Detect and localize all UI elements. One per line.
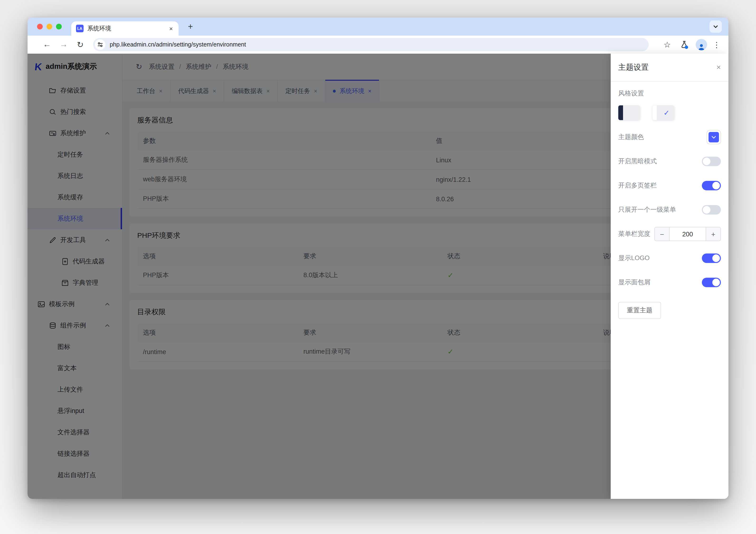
- selected-check-icon: ✓: [659, 105, 674, 120]
- browser-tabstrip: LA 系统环境 × +: [28, 17, 728, 36]
- tab-search-button[interactable]: [710, 20, 722, 33]
- url-text: php.likeadmin.cn/admin/setting/system/en…: [110, 41, 246, 48]
- theme-color-swatch: [709, 132, 719, 143]
- reset-theme-button[interactable]: 重置主题: [618, 302, 661, 319]
- chevron-down-icon: [713, 25, 718, 28]
- tab-close-icon[interactable]: ×: [168, 25, 174, 32]
- show-logo-toggle[interactable]: [702, 254, 721, 263]
- forward-button[interactable]: →: [57, 36, 71, 54]
- drawer-body: 风格设置 ✓ 主题颜色: [611, 82, 728, 327]
- person-icon: [698, 43, 705, 50]
- flask-icon: [680, 40, 689, 49]
- style-option-dark-sidebar[interactable]: [618, 105, 640, 120]
- avatar-icon: [696, 39, 707, 50]
- menu-width-stepper: − 200 +: [654, 227, 721, 241]
- browser-menu-kebab-icon[interactable]: ⋮: [709, 36, 725, 54]
- show-logo-row: 显示LOGO: [618, 251, 721, 265]
- style-options: ✓: [618, 105, 721, 120]
- bookmark-star-icon[interactable]: ☆: [659, 36, 675, 54]
- reload-button[interactable]: ↻: [73, 36, 87, 54]
- theme-color-row: 主题颜色: [618, 130, 721, 144]
- browser-window: LA 系统环境 × + ← → ↻: [28, 17, 728, 499]
- show-logo-label: 显示LOGO: [618, 254, 650, 262]
- theme-color-label: 主题颜色: [618, 133, 644, 142]
- drawer-title: 主题设置: [618, 63, 649, 72]
- back-button[interactable]: ←: [40, 36, 54, 54]
- close-icon[interactable]: ×: [716, 63, 721, 72]
- menu-width-value[interactable]: 200: [670, 227, 706, 241]
- dark-mode-row: 开启黑暗模式: [618, 154, 721, 169]
- minimize-window-button[interactable]: [46, 24, 52, 29]
- browser-tab-title: 系统环境: [87, 24, 168, 33]
- single-menu-toggle[interactable]: [702, 205, 721, 215]
- dark-mode-label: 开启黑暗模式: [618, 157, 657, 166]
- theme-color-picker[interactable]: [707, 130, 721, 144]
- show-breadcrumb-label: 显示面包屑: [618, 278, 650, 287]
- show-breadcrumb-toggle[interactable]: [702, 278, 721, 287]
- experiments-flask-icon[interactable]: [676, 36, 692, 54]
- style-settings-label: 风格设置: [618, 89, 721, 98]
- increase-button[interactable]: +: [706, 227, 720, 241]
- decrease-button[interactable]: −: [655, 227, 670, 241]
- modal-overlay[interactable]: [28, 54, 611, 499]
- show-breadcrumb-row: 显示面包屑: [618, 275, 721, 289]
- browser-tab[interactable]: LA 系统环境 ×: [71, 21, 178, 36]
- multi-tabs-row: 开启多页签栏: [618, 178, 721, 193]
- theme-settings-drawer: 主题设置 × 风格设置 ✓ 主题颜色: [611, 54, 728, 499]
- window-controls: [37, 24, 62, 29]
- chevron-down-icon: [711, 136, 716, 139]
- url-bar[interactable]: php.likeadmin.cn/admin/setting/system/en…: [93, 38, 649, 51]
- single-menu-label: 只展开一个一级菜单: [618, 205, 676, 214]
- profile-avatar[interactable]: [693, 36, 710, 54]
- new-tab-button[interactable]: +: [184, 21, 197, 33]
- tune-icon: [97, 42, 103, 47]
- menu-width-row: 菜单栏宽度 − 200 +: [618, 227, 721, 241]
- close-window-button[interactable]: [37, 24, 43, 29]
- site-settings-icon[interactable]: [95, 40, 105, 50]
- single-menu-row: 只展开一个一级菜单: [618, 203, 721, 217]
- multi-tabs-toggle[interactable]: [702, 181, 721, 190]
- site-favicon: LA: [76, 25, 84, 32]
- browser-toolbar: ← → ↻ php.likeadmin.cn/admin/setting/sys…: [28, 36, 728, 54]
- zoom-window-button[interactable]: [56, 24, 62, 29]
- desktop: LA 系统环境 × + ← → ↻: [0, 0, 756, 534]
- app-viewport: K admin系统演示 存储设置 热门搜索 系统维护: [28, 54, 728, 499]
- drawer-header: 主题设置 ×: [611, 54, 728, 82]
- menu-width-label: 菜单栏宽度: [618, 230, 650, 238]
- light-sidebar-preview: [653, 105, 657, 120]
- dark-mode-toggle[interactable]: [702, 157, 721, 166]
- style-option-light-sidebar[interactable]: ✓: [653, 105, 674, 120]
- multi-tabs-label: 开启多页签栏: [618, 181, 657, 190]
- dark-sidebar-preview: [618, 105, 623, 120]
